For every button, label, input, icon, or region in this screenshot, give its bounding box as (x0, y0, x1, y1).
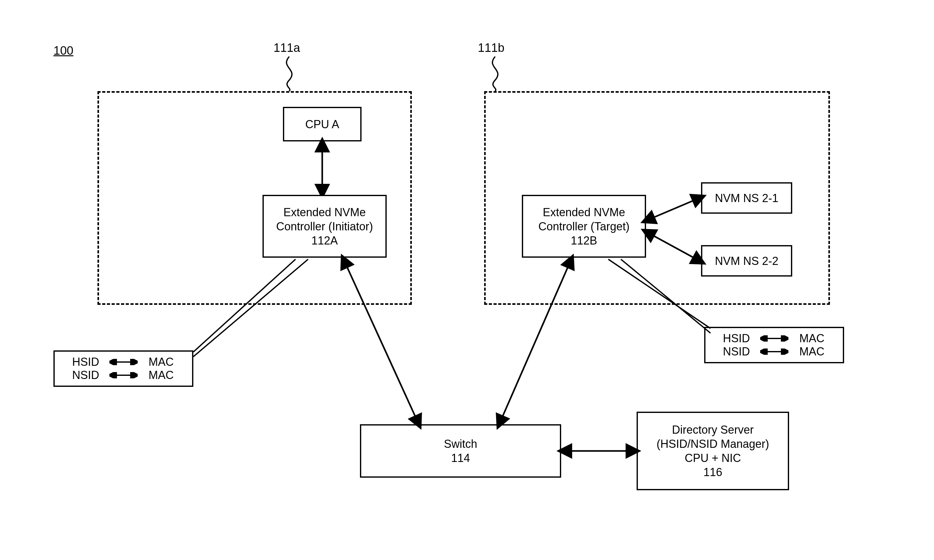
mapping-a-row-2: NSID MAC (61, 369, 186, 382)
mapping-a-r2-left: NSID (69, 369, 103, 382)
svg-line-9 (608, 259, 711, 328)
directory-line2: (HSID/NSID Manager) (657, 437, 769, 451)
controller-b-ref: 112B (570, 234, 597, 248)
double-arrow-icon (760, 349, 788, 355)
controller-b-line2: Controller (Target) (538, 219, 629, 234)
mapping-a-r2-right: MAC (144, 369, 179, 382)
double-arrow-icon (109, 372, 138, 378)
squiggle-icon (283, 57, 296, 91)
arrow-cpu-to-controller-a (314, 142, 330, 195)
nvm-ns-2-1-box: NVM NS 2-1 (701, 182, 792, 214)
controller-a-ref: 112A (311, 234, 338, 248)
cpu-a-label: CPU A (305, 117, 339, 131)
mapping-a-r1-left: HSID (69, 355, 103, 369)
figure-reference: 100 (54, 44, 73, 57)
svg-line-11 (344, 261, 418, 423)
controller-a-line1: Extended NVMe (283, 205, 365, 219)
directory-line3: CPU + NIC (685, 451, 741, 465)
switch-box: Switch 114 (360, 424, 561, 478)
mapping-b-r2-right: MAC (795, 345, 829, 358)
svg-line-8 (193, 259, 308, 357)
controller-b-box: Extended NVMe Controller (Target) 112B (522, 195, 646, 258)
svg-line-2 (647, 232, 700, 261)
arrow-controller-a-to-switch (339, 258, 434, 428)
svg-line-7 (193, 259, 296, 352)
controller-b-line1: Extended NVMe (543, 205, 625, 219)
arrow-controller-b-to-switch (490, 258, 578, 428)
double-arrow-icon (109, 359, 138, 365)
mapping-a-r1-right: MAC (144, 355, 179, 369)
directory-server-box: Directory Server (HSID/NSID Manager) CPU… (637, 412, 789, 490)
callout-mapping-b (607, 258, 732, 339)
controller-a-line2: Controller (Initiator) (276, 219, 373, 234)
svg-line-1 (647, 198, 700, 220)
callout-mapping-a (189, 258, 314, 358)
double-arrow-icon (760, 335, 788, 342)
nvm-ns-2-1-label: NVM NS 2-1 (715, 191, 778, 205)
mapping-b-r2-left: NSID (719, 345, 754, 358)
directory-ref: 116 (703, 465, 722, 479)
directory-line1: Directory Server (672, 423, 754, 437)
mapping-b-r1-right: MAC (795, 332, 829, 345)
svg-line-10 (621, 259, 711, 333)
mapping-a-row-1: HSID MAC (61, 355, 186, 369)
switch-ref: 114 (451, 451, 470, 465)
host-b-ref-label: 111b (478, 41, 505, 55)
arrow-switch-to-directory (561, 445, 640, 457)
squiggle-icon (489, 57, 501, 91)
mapping-table-a: HSID MAC NSID MAC (54, 351, 193, 387)
mapping-b-row-2: NSID MAC (712, 345, 837, 358)
controller-a-box: Extended NVMe Controller (Initiator) 112… (262, 195, 387, 258)
host-a-ref-label: 111a (273, 41, 300, 55)
switch-label: Switch (444, 437, 477, 451)
svg-line-12 (500, 261, 570, 423)
diagram-canvas: 100 111a 111b CPU A Extended NVMe Contro… (0, 0, 934, 560)
cpu-a-box: CPU A (283, 107, 362, 142)
